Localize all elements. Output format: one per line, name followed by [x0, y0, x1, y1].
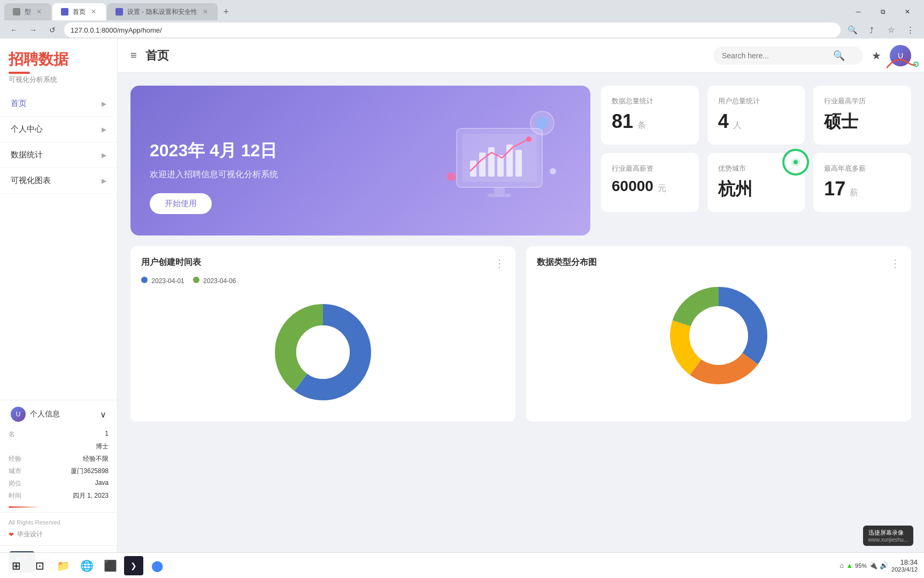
- network-icon: 🔌: [869, 561, 877, 569]
- stat-city-row: 杭州: [718, 178, 795, 201]
- svg-point-28: [689, 306, 748, 365]
- stat-user-total-unit: 人: [733, 120, 742, 131]
- stats-row-2: 行业最高薪资 60000 元 优势城市: [601, 153, 911, 212]
- personal-info-rows: 名 1 博士 经验 经验不限 城市 厦门3625898 岗位 Java: [0, 428, 117, 506]
- sidebar-item-charts[interactable]: 可视化图表 ▶: [0, 168, 117, 194]
- chart-user-timeline-title: 用户创建时间表: [141, 257, 505, 268]
- browser-chrome: 型 ✕ 首页 ✕ 设置 - 隐私设置和安全性 ✕ + ─ ⧉ ✕ ← → ↺ 🔍…: [0, 0, 924, 39]
- svg-rect-9: [506, 144, 513, 177]
- logo-title: 招聘数据: [9, 49, 109, 70]
- stat-year-end-label: 最高年底多薪: [824, 164, 900, 173]
- svg-point-17: [550, 168, 556, 174]
- taskbar-explorer-icon[interactable]: 📁: [53, 556, 73, 575]
- stat-card-education: 行业最高学历 硕士: [813, 86, 911, 144]
- taskbar-date: 2023/4/12: [891, 566, 918, 573]
- taskbar-pycharm-icon[interactable]: ⬛: [101, 556, 120, 575]
- bookmark-icon[interactable]: ★: [872, 49, 881, 62]
- stat-education-row: 硕士: [824, 110, 900, 134]
- chevron-icon-personal: ▶: [102, 126, 106, 133]
- back-button[interactable]: ←: [6, 22, 21, 37]
- personal-info-header[interactable]: U 个人信息 ∨: [0, 400, 117, 428]
- stat-salary-unit: 元: [658, 183, 666, 194]
- stat-data-total-label: 数据总量统计: [612, 96, 688, 106]
- stat-year-end-row: 17 薪: [824, 178, 900, 200]
- sidebar-item-data[interactable]: 数据统计 ▶: [0, 142, 117, 168]
- info-row-time: 时间 四月 1, 2023: [9, 490, 109, 502]
- new-tab-button[interactable]: +: [219, 4, 234, 19]
- search-input[interactable]: [722, 51, 829, 60]
- info-row-name: 名 1: [9, 428, 109, 440]
- main-content: ≡ 首页 🔍 ★ U 2023年 4月 12日 欢迎进入招聘信息可视化分析系统 …: [118, 39, 924, 578]
- all-rights-text: All Rights Reserved: [9, 519, 109, 526]
- tab2-label: 首页: [73, 7, 86, 17]
- sidebar-item-home[interactable]: 首页 ▶: [0, 91, 117, 117]
- tab3-close[interactable]: ✕: [202, 7, 209, 17]
- chart-user-timeline-menu[interactable]: ⋮: [494, 257, 505, 270]
- chart-data-type-menu[interactable]: ⋮: [890, 257, 900, 270]
- tab2-close[interactable]: ✕: [90, 7, 97, 17]
- svg-rect-6: [479, 153, 486, 177]
- stat-card-salary: 行业最高薪资 60000 元: [601, 153, 699, 212]
- content-wrapper: 2023年 4月 12日 欢迎进入招聘信息可视化分析系统 开始使用: [118, 73, 924, 435]
- recording-badge: 迅捷屏幕录像 www.xunjieshu...: [863, 526, 913, 546]
- stat-education-label: 行业最高学历: [824, 96, 900, 106]
- chevron-icon-data: ▶: [102, 151, 106, 159]
- stat-education-value: 硕士: [824, 110, 858, 134]
- stat-data-total-value: 81: [612, 110, 633, 133]
- hero-illustration: [430, 96, 569, 214]
- red-accent-line: [9, 506, 41, 508]
- forward-button[interactable]: →: [26, 22, 41, 37]
- chevron-icon-home: ▶: [102, 100, 106, 108]
- close-button[interactable]: ✕: [895, 3, 920, 20]
- browser-bookmark-button[interactable]: ☆: [883, 22, 898, 37]
- user-timeline-donut: [141, 293, 505, 411]
- taskbar-cmd-icon[interactable]: ❯: [124, 556, 143, 575]
- svg-point-20: [794, 160, 798, 164]
- salary-decoration: [887, 55, 919, 71]
- browser-tab-1[interactable]: 型 ✕: [4, 3, 51, 20]
- chart-data-type-title: 数据类型分布图: [537, 257, 900, 268]
- maximize-button[interactable]: ⧉: [871, 3, 895, 20]
- hero-cta-button[interactable]: 开始使用: [150, 193, 212, 214]
- hamburger-icon[interactable]: ≡: [130, 49, 137, 62]
- top-row: 2023年 4月 12日 欢迎进入招聘信息可视化分析系统 开始使用: [130, 86, 911, 235]
- reload-button[interactable]: ↺: [45, 22, 60, 37]
- svg-rect-13: [488, 194, 511, 197]
- address-input[interactable]: [64, 22, 841, 37]
- taskbar-right: ⌂ ▲ 95% 🔌 🔊 18:34 2023/4/12: [840, 558, 918, 573]
- info-row-education: 博士: [9, 440, 109, 453]
- personal-info-section: U 个人信息 ∨ 名 1 博士 经验 经验不限 城市: [0, 400, 117, 512]
- taskbar-chrome-icon[interactable]: ⬤: [148, 556, 167, 575]
- taskbar-edge-icon[interactable]: 🌐: [77, 556, 96, 575]
- info-row-position: 岗位 Java: [9, 477, 109, 490]
- browser-share-button[interactable]: ⤴: [864, 22, 879, 37]
- search-icon[interactable]: 🔍: [833, 50, 845, 62]
- stats-column: 数据总量统计 81 条 用户总量统计 4 人: [601, 86, 911, 235]
- browser-menu-button[interactable]: ⋮: [903, 22, 918, 37]
- system-tray: ⌂ ▲ 95% 🔌 🔊: [840, 561, 888, 569]
- sidebar: 招聘数据 可视化分析系统 首页 ▶ 个人中心 ▶ 数据统计 ▶ 可视化图表 ▶: [0, 39, 118, 578]
- stat-card-data-total: 数据总量统计 81 条: [601, 86, 699, 144]
- taskbar-windows-icon[interactable]: ⊞: [6, 556, 26, 575]
- tab1-close[interactable]: ✕: [35, 7, 43, 17]
- stat-user-total-value: 4: [718, 110, 729, 133]
- minimize-button[interactable]: ─: [846, 3, 871, 20]
- logo-subtitle: 可视化分析系统: [9, 75, 109, 85]
- tab1-favicon: [13, 8, 20, 16]
- speaker-icon: 🔊: [880, 561, 888, 569]
- info-row-experience: 经验 经验不限: [9, 453, 109, 465]
- taskbar-menu-icon[interactable]: ⊡: [30, 556, 49, 575]
- svg-rect-10: [515, 150, 522, 177]
- sidebar-footer: All Rights Reserved ❤ 毕业设计: [0, 512, 117, 545]
- logo-underline: [9, 72, 30, 74]
- browser-search-button[interactable]: 🔍: [845, 22, 860, 37]
- browser-tab-3[interactable]: 设置 - 隐私设置和安全性 ✕: [107, 3, 218, 20]
- search-container: 🔍: [713, 47, 863, 65]
- stat-year-end-value: 17: [824, 178, 845, 200]
- stat-salary-value: 60000: [612, 178, 653, 195]
- chart-user-timeline-legend: 2023-04-01 2023-04-06: [141, 277, 505, 285]
- taskbar: ⊞ ⊡ 📁 🌐 ⬛ ❯ ⬤ ⌂ ▲ 95% 🔌 🔊 18:34 2023/4/1…: [0, 552, 924, 578]
- browser-tab-2[interactable]: 首页 ✕: [52, 3, 106, 20]
- sidebar-item-personal[interactable]: 个人中心 ▶: [0, 117, 117, 142]
- recording-url: www.xunjieshu...: [868, 537, 908, 543]
